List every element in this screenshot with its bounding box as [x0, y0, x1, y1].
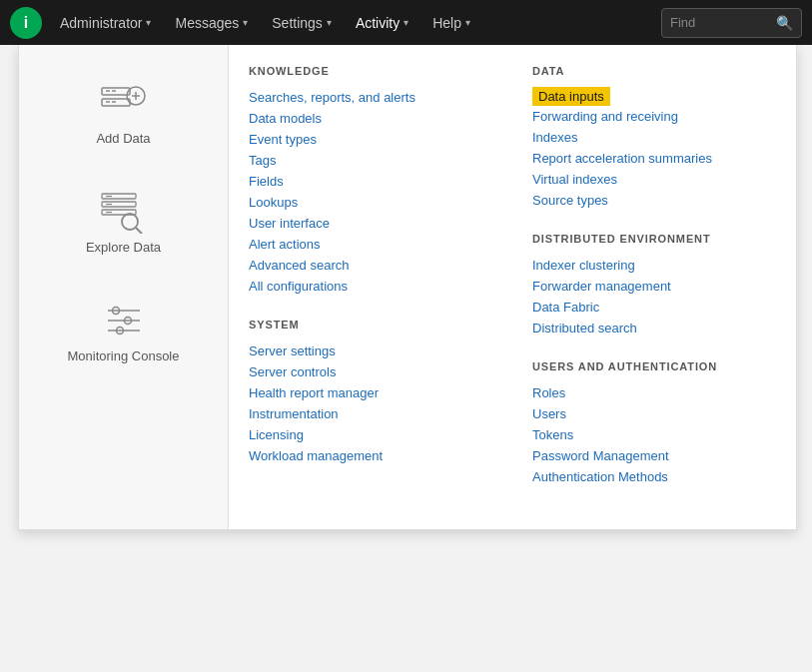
advanced-search-link[interactable]: Advanced search	[249, 255, 492, 276]
svg-point-15	[122, 214, 138, 230]
report-acceleration-summaries-link[interactable]: Report acceleration summaries	[532, 148, 776, 169]
help-caret: ▾	[465, 17, 470, 28]
password-management-link[interactable]: Password Management	[532, 445, 776, 466]
forwarding-receiving-link[interactable]: Forwarding and receiving	[532, 106, 776, 127]
add-data-icon	[96, 83, 152, 123]
distributed-title: DISTRIBUTED ENVIRONMENT	[532, 233, 776, 245]
search-box[interactable]: 🔍	[661, 8, 802, 38]
distributed-search-link[interactable]: Distributed search	[532, 318, 776, 338]
distributed-section: DISTRIBUTED ENVIRONMENT Indexer clusteri…	[532, 233, 776, 338]
explore-data-item[interactable]: Explore Data	[19, 174, 228, 273]
data-section: DATA Data inputs Forwarding and receivin…	[532, 65, 776, 211]
forwarder-management-link[interactable]: Forwarder management	[532, 276, 776, 297]
dropdown-sidebar: Add Data	[19, 45, 229, 529]
health-report-manager-link[interactable]: Health report manager	[249, 382, 492, 403]
workload-management-link[interactable]: Workload management	[249, 445, 492, 466]
users-section: USERS AND AUTHENTICATION Roles Users Tok…	[532, 360, 776, 487]
all-configurations-link[interactable]: All configurations	[249, 276, 492, 297]
explore-data-label: Explore Data	[86, 240, 161, 255]
indexer-clustering-link[interactable]: Indexer clustering	[532, 255, 776, 276]
lookups-link[interactable]: Lookups	[249, 192, 492, 213]
svg-line-16	[136, 228, 142, 234]
user-interface-link[interactable]: User interface	[249, 213, 492, 234]
fields-link[interactable]: Fields	[249, 171, 492, 192]
data-inputs-link[interactable]: Data inputs	[532, 87, 610, 106]
virtual-indexes-link[interactable]: Virtual indexes	[532, 169, 776, 190]
data-title: DATA	[532, 65, 776, 77]
right-column: DATA Data inputs Forwarding and receivin…	[512, 65, 796, 509]
monitoring-console-label: Monitoring Console	[67, 348, 179, 363]
add-data-item[interactable]: Add Data	[19, 65, 228, 164]
activity-caret: ▾	[404, 17, 408, 28]
knowledge-title: KNOWLEDGE	[249, 65, 492, 77]
dropdown-content: KNOWLEDGE Searches, reports, and alerts …	[229, 45, 796, 529]
data-fabric-link[interactable]: Data Fabric	[532, 297, 776, 318]
indexes-link[interactable]: Indexes	[532, 127, 776, 148]
search-icon: 🔍	[776, 15, 793, 31]
info-icon: i	[10, 7, 42, 39]
activity-menu[interactable]: Activity ▾	[344, 0, 420, 45]
settings-dropdown-panel: Add Data	[18, 45, 797, 530]
event-types-link[interactable]: Event types	[249, 129, 492, 150]
authentication-methods-link[interactable]: Authentication Methods	[532, 466, 776, 487]
system-title: SYSTEM	[249, 319, 492, 331]
instrumentation-link[interactable]: Instrumentation	[249, 403, 492, 424]
monitoring-console-item[interactable]: Monitoring Console	[19, 283, 228, 381]
system-section: SYSTEM Server settings Server controls H…	[249, 319, 492, 466]
settings-caret: ▾	[327, 17, 332, 28]
source-types-link[interactable]: Source types	[532, 190, 776, 211]
messages-caret: ▾	[243, 17, 248, 28]
explore-data-icon	[96, 192, 152, 232]
topbar: i Administrator ▾ Messages ▾ Settings ▾ …	[0, 0, 812, 45]
alert-actions-link[interactable]: Alert actions	[249, 234, 492, 255]
data-models-link[interactable]: Data models	[249, 108, 492, 129]
users-title: USERS AND AUTHENTICATION	[532, 360, 776, 372]
server-controls-link[interactable]: Server controls	[249, 361, 492, 382]
server-settings-link[interactable]: Server settings	[249, 340, 492, 361]
administrator-menu[interactable]: Administrator ▾	[48, 0, 163, 45]
knowledge-section: KNOWLEDGE Searches, reports, and alerts …	[249, 65, 492, 297]
tokens-link[interactable]: Tokens	[532, 424, 776, 445]
add-data-label: Add Data	[96, 131, 150, 146]
dropdown-overlay: Add Data	[0, 45, 812, 672]
search-input[interactable]	[670, 15, 770, 30]
tags-link[interactable]: Tags	[249, 150, 492, 171]
messages-menu[interactable]: Messages ▾	[163, 0, 260, 45]
settings-menu[interactable]: Settings ▾	[260, 0, 344, 45]
help-menu[interactable]: Help ▾	[420, 0, 482, 45]
left-column: KNOWLEDGE Searches, reports, and alerts …	[229, 65, 512, 509]
administrator-caret: ▾	[146, 17, 151, 28]
monitoring-console-icon	[96, 301, 152, 340]
users-link[interactable]: Users	[532, 403, 776, 424]
searches-reports-alerts-link[interactable]: Searches, reports, and alerts	[249, 87, 492, 108]
roles-link[interactable]: Roles	[532, 382, 776, 403]
licensing-link[interactable]: Licensing	[249, 424, 492, 445]
